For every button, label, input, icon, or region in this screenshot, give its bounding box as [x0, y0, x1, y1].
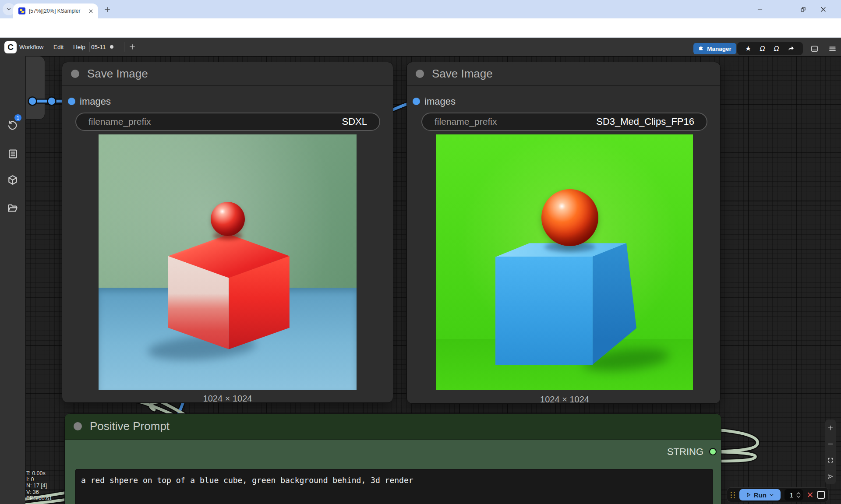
save-image-node-1[interactable]: Save Image images filename_prefix SDXL 1… [62, 62, 393, 403]
update-check-icon[interactable]: Ω [760, 46, 766, 52]
panel-toggle-button[interactable] [808, 42, 820, 55]
dock-drag-handle[interactable] [731, 492, 735, 498]
red-sphere [541, 189, 598, 246]
input-label: images [80, 96, 111, 107]
window-minimize-button[interactable] [754, 4, 766, 15]
perf-stats: T: 0.00s I: 0 N: 17 [4] V: 36 FPS:60.61 [26, 470, 52, 501]
play-icon [746, 492, 751, 497]
run-options-chevron-icon[interactable] [769, 493, 774, 497]
stop-icon[interactable] [817, 491, 825, 499]
input-label: images [424, 96, 456, 107]
workflows-folder-icon [7, 203, 18, 214]
output-dot[interactable] [28, 97, 37, 106]
stat-version: V: 36 [26, 489, 52, 495]
red-cube [168, 234, 290, 349]
widget-value: SDXL [342, 116, 367, 127]
select-mode-icon[interactable] [827, 473, 834, 479]
collapse-dot-icon[interactable] [71, 70, 79, 78]
node-header[interactable]: Save Image [407, 62, 720, 86]
manager-label: Manager [707, 46, 731, 52]
fit-view-icon[interactable] [827, 457, 834, 463]
blue-cube [495, 243, 636, 364]
widget-label: filename_prefix [435, 116, 497, 127]
sidebar-node-library-button[interactable] [3, 144, 22, 163]
filename-prefix-widget[interactable]: filename_prefix SDXL [75, 113, 380, 131]
hamburger-icon [828, 45, 837, 53]
stat-nodes: N: 17 [4] [26, 483, 52, 489]
sidebar-model-library-button[interactable] [3, 170, 22, 190]
chevron-down-icon [6, 6, 12, 12]
manager-button[interactable]: Manager [693, 43, 736, 54]
batch-count-value: 1 [790, 491, 793, 499]
stepper-down-icon[interactable] [796, 495, 801, 498]
image-preview-sdxl[interactable] [99, 134, 357, 390]
comfyui-favicon [18, 7, 25, 14]
update-all-icon[interactable]: Ω [774, 46, 780, 52]
save-image-node-2[interactable]: Save Image images filename_prefix SD3_Me… [406, 62, 721, 404]
output-label: STRING [667, 446, 703, 458]
menu-help[interactable]: Help [73, 38, 85, 56]
canvas-zoom-toolbar [825, 419, 836, 484]
sidebar-queue-button[interactable]: 1 [3, 116, 22, 135]
stat-fps: FPS:60.61 [26, 495, 52, 501]
hamburger-menu-button[interactable] [826, 42, 838, 55]
browser-tab-strip: [57%][20%] KSampler [0, 0, 841, 18]
comfyui-logo-glyph: C [7, 42, 14, 52]
batch-count-input[interactable]: 1 [784, 489, 803, 500]
image-dimensions: 1024 × 1024 [99, 394, 357, 404]
image-preview-sd3[interactable] [436, 134, 693, 390]
minimize-icon [757, 6, 763, 12]
node-canvas[interactable]: Save Image images filename_prefix SDXL 1… [25, 56, 841, 504]
zoom-out-icon[interactable] [827, 441, 834, 447]
node-title: Save Image [87, 67, 148, 81]
input-dot-images[interactable] [68, 98, 75, 105]
reroute-dot[interactable] [48, 97, 56, 106]
clear-queue-icon[interactable] [807, 491, 813, 498]
collapse-dot-icon[interactable] [74, 422, 82, 430]
bottom-panel-icon [810, 45, 819, 53]
window-restore-button[interactable] [797, 4, 809, 15]
stat-iterations: I: 0 [26, 476, 52, 483]
menu-workflow[interactable]: Workflow [19, 38, 43, 56]
browser-toolbar: 127.0.0.1:8188 ☆ A ⋮ [0, 18, 841, 38]
unsaved-dot-icon [110, 45, 113, 49]
sidebar-workflows-button[interactable] [3, 199, 22, 218]
zoom-in-icon[interactable] [827, 425, 834, 431]
comfyui-logo[interactable]: C [4, 41, 17, 53]
new-tab-button[interactable] [102, 5, 112, 14]
queue-history-icon [7, 120, 18, 131]
node-library-icon [7, 148, 18, 159]
batch-stepper[interactable] [796, 492, 801, 498]
node-header[interactable]: Positive Prompt [65, 414, 721, 440]
left-sidebar: 1 ⚙ [0, 56, 25, 504]
browser-active-tab[interactable]: [57%][20%] KSampler [13, 4, 98, 18]
run-button[interactable]: Run [739, 489, 781, 500]
stepper-up-icon[interactable] [796, 492, 801, 495]
restore-icon [800, 6, 806, 13]
puzzle-icon [698, 46, 704, 52]
close-icon [820, 6, 827, 13]
red-sphere [211, 202, 245, 236]
positive-prompt-node[interactable]: Positive Prompt STRING a red shpere on t… [64, 413, 721, 504]
input-dot-images[interactable] [413, 98, 420, 105]
cube-right-face [593, 243, 636, 364]
node-header[interactable]: Save Image [62, 62, 393, 86]
stat-time: T: 0.00s [26, 470, 52, 476]
menu-edit[interactable]: Edit [53, 38, 64, 56]
collapse-dot-icon[interactable] [416, 70, 424, 78]
tab-title: [57%][20%] KSampler [29, 8, 88, 14]
tab-close-icon[interactable] [88, 8, 94, 14]
workflow-tab[interactable]: 05-11 [91, 38, 113, 56]
plus-icon [129, 43, 136, 50]
widget-value: SD3_Med_Clips_FP16 [596, 116, 694, 127]
output-dot-string[interactable] [709, 448, 717, 455]
new-workflow-button[interactable] [129, 38, 136, 56]
plus-icon [104, 6, 111, 13]
run-dock: Run 1 [727, 487, 829, 502]
filename-prefix-widget[interactable]: filename_prefix SD3_Med_Clips_FP16 [421, 113, 707, 131]
window-close-button[interactable] [817, 4, 829, 15]
workflow-tab-label: 05-11 [91, 44, 106, 50]
prompt-textarea[interactable]: a red shpere on top of a blue cube, gree… [75, 469, 713, 504]
star-icon[interactable]: ★ [745, 45, 751, 52]
share-icon[interactable] [788, 45, 795, 53]
